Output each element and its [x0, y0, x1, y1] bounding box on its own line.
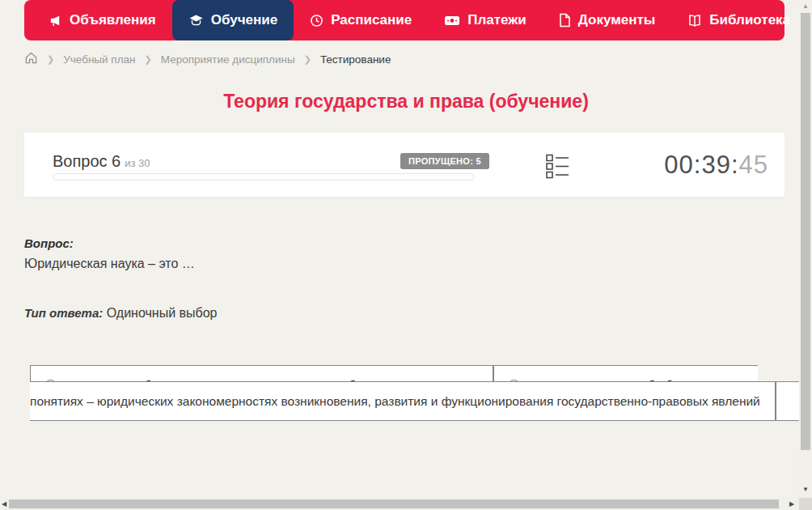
answer-type-value: Одиночный выбор — [107, 306, 218, 320]
question-number: Вопрос 6из 30 — [53, 152, 150, 171]
nav-item-schedule[interactable]: Расписание — [294, 0, 428, 40]
radio-button[interactable] — [508, 380, 520, 392]
question-total: из 30 — [125, 157, 150, 169]
quiz-status-card: Вопрос 6из 30 ПРОПУЩЕНО: 5 00:39:45 — [24, 133, 785, 197]
list-icon — [546, 169, 569, 181]
question-prompt-label: Вопрос: — [24, 236, 74, 250]
nav-item-documents[interactable]: Документы — [543, 0, 672, 40]
skipped-badge: ПРОПУЩЕНО: 5 — [400, 153, 489, 169]
countdown-timer: 00:39:45 — [664, 151, 768, 180]
nav-item-label: Платежи — [467, 12, 527, 28]
page-title: Теория государства и права (обучение) — [0, 91, 812, 113]
nav-item-label: Обучение — [211, 12, 277, 28]
scroll-up-arrow-icon[interactable]: ▲ — [799, 2, 812, 10]
timer-seconds: 45 — [739, 151, 768, 179]
horizontal-scrollbar[interactable]: ◀ ▶ — [0, 498, 812, 510]
document-icon — [559, 13, 571, 28]
nav-item-payments[interactable]: Платежи — [428, 0, 543, 40]
banknote-icon — [444, 14, 460, 27]
scrollbar-corner — [799, 498, 812, 510]
vertical-scrollbar[interactable]: ▲ ▼ — [799, 0, 812, 498]
book-icon — [687, 14, 702, 28]
timer-main: 00:39: — [664, 151, 738, 179]
nav-item-label: Расписание — [331, 12, 412, 28]
scroll-right-arrow-icon[interactable]: ▶ — [789, 500, 794, 508]
breadcrumb-current: Тестирование — [320, 53, 391, 66]
breadcrumb-separator: ❯ — [47, 54, 54, 65]
breadcrumb-separator: ❯ — [304, 54, 311, 65]
breadcrumb-link-discipline-event[interactable]: Мероприятие дисциплины — [161, 53, 295, 66]
answer-option-text: система взглядов об общих и частных поня… — [30, 378, 760, 408]
horizontal-scrollbar-thumb[interactable] — [9, 499, 779, 508]
home-icon[interactable] — [24, 51, 38, 67]
nav-item-label: Объявления — [70, 12, 156, 28]
nav-item-learning[interactable]: Обучение — [172, 0, 294, 40]
page: Объявления Обучение Расписание Платежи Д… — [0, 0, 812, 510]
answer-type-label: Тип ответа: — [24, 306, 103, 320]
vertical-scrollbar-thumb[interactable] — [801, 13, 810, 450]
scroll-down-arrow-icon[interactable]: ▼ — [799, 486, 812, 493]
clock-icon — [310, 14, 324, 28]
breadcrumb: ❯ Учебный план ❯ Мероприятие дисциплины … — [24, 49, 391, 69]
graduation-cap-icon — [188, 13, 204, 28]
question-prompt-text: Юридическая наука – это … — [24, 257, 195, 271]
main-nav: Объявления Обучение Расписание Платежи Д… — [24, 0, 785, 40]
breadcrumb-separator: ❯ — [145, 54, 152, 65]
progress-bar — [53, 173, 475, 181]
answer-type-row: Тип ответа: Одиночный выбор — [24, 306, 218, 321]
megaphone-icon — [49, 14, 62, 28]
nav-item-announcements[interactable]: Объявления — [32, 0, 172, 40]
question-list-button[interactable] — [545, 154, 569, 180]
nav-item-label: Библиотека — [709, 12, 790, 28]
question-number-label: Вопрос 6 — [53, 152, 121, 170]
scroll-left-arrow-icon[interactable]: ◀ — [2, 500, 6, 508]
answer-options: наука о всеобщих законах развития природ… — [30, 377, 779, 410]
nav-item-label: Документы — [578, 12, 656, 28]
nav-item-library[interactable]: Библиотека — [671, 0, 812, 40]
breadcrumb-link-curriculum[interactable]: Учебный план — [63, 53, 135, 66]
